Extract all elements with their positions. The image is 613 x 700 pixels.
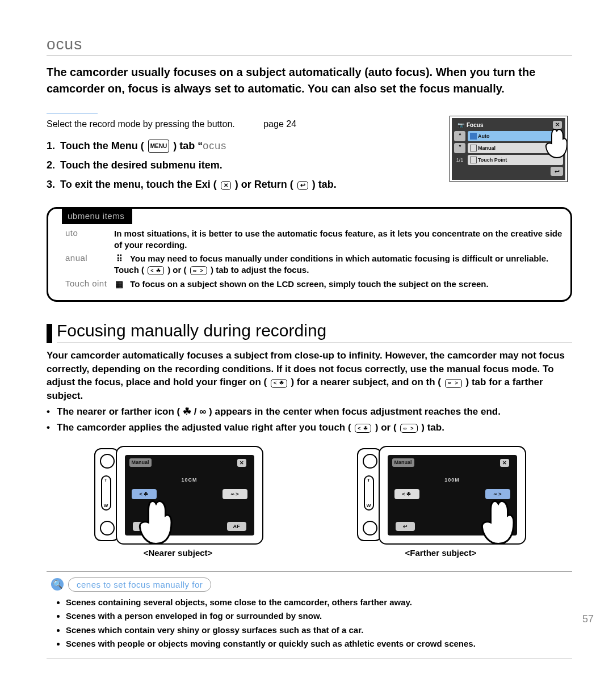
lcd-mode-label: Manual bbox=[392, 458, 414, 467]
tips-panel: 🔍 cenes to set focus manually for Scenes… bbox=[47, 571, 572, 659]
step-3-text-a: To exit the menu, touch the Exi ( bbox=[60, 179, 217, 190]
subheading: Focusing manually during recording bbox=[47, 321, 572, 343]
step-number: 1. bbox=[47, 136, 60, 155]
submenu-tab: ubmenu items bbox=[62, 208, 132, 224]
step-1-tail: ocus bbox=[203, 140, 226, 151]
submenu-key: anual bbox=[65, 253, 114, 276]
hand-icon bbox=[469, 497, 520, 550]
bullet2-c: ) tab. bbox=[421, 422, 444, 433]
hand-icon bbox=[127, 497, 178, 550]
body-bullet-2: The camcorder applies the adjusted value… bbox=[47, 421, 572, 435]
close-icon: ✕ bbox=[500, 459, 509, 467]
search-icon: 🔍 bbox=[51, 578, 64, 591]
submenu-row-manual: anual ⠿ You may need to focus manually u… bbox=[65, 253, 562, 276]
zoom-rocker-icon: T bbox=[101, 475, 111, 511]
focus-menu-thumbnail: 📷 Focus ✕ ˄ Auto ˅ Manual 1/1 Touch Poin… bbox=[450, 116, 568, 182]
precheck-pageref: page 24 bbox=[263, 119, 296, 129]
bullet2-a: The camcorder applies the adjusted value… bbox=[57, 422, 351, 433]
step-1-text-b: ) tab bbox=[173, 140, 198, 151]
step-1-quote: “ bbox=[198, 140, 203, 151]
device-side-panel: T bbox=[94, 448, 119, 541]
lcd-illustration-row: T Manual ✕ 10CM < ☘ ∞ > ↩ AF bbox=[47, 446, 572, 558]
focus-far-icon bbox=[445, 379, 462, 388]
submenu-val: To focus on a subject shown on the LCD s… bbox=[130, 279, 489, 289]
lcd-distance: 100M bbox=[388, 476, 517, 484]
knob-icon bbox=[100, 521, 115, 535]
tips-list: Scenes containing several objects, some … bbox=[66, 596, 568, 651]
submenu-val-c: ) tab to adjust the focus. bbox=[211, 265, 309, 275]
hand-icon bbox=[538, 126, 572, 163]
device-illustration: T Manual ✕ 100M < ☘ ∞ > ↩ AF bbox=[356, 446, 526, 545]
body-p-b: ) for a nearer subject, and on th ( bbox=[291, 377, 440, 387]
bullet1-b: ) appears in the center when focus adjus… bbox=[209, 406, 501, 417]
step-2-text: Touch the desired submenu item. bbox=[60, 155, 222, 175]
focus-far-icon bbox=[400, 424, 417, 433]
qmenu-knob-icon bbox=[100, 454, 115, 469]
list-item: Scenes with people or objects moving con… bbox=[66, 638, 568, 651]
list-item: Scenes with a person enveloped in fog or… bbox=[66, 610, 568, 623]
touch-point-icon: ▦ bbox=[114, 279, 124, 290]
submenu-val: In most situations, it is better to use … bbox=[114, 228, 562, 251]
far-glyph-icon: ∞ bbox=[199, 406, 206, 417]
lcd-near: T Manual ✕ 10CM < ☘ ∞ > ↩ AF bbox=[93, 446, 263, 558]
section-title: ocus bbox=[47, 35, 572, 56]
heading-bar bbox=[47, 324, 52, 343]
focus-far-button[interactable]: ∞ > bbox=[222, 489, 247, 499]
submenu-key: uto bbox=[65, 228, 114, 251]
submenu-panel: ubmenu items uto In most situations, it … bbox=[47, 207, 572, 302]
camera-icon: 📷 bbox=[457, 122, 464, 128]
close-icon: ✕ bbox=[237, 459, 246, 467]
knob-icon bbox=[363, 521, 377, 535]
near-glyph-icon: ☘ bbox=[183, 406, 191, 417]
focus-near-button[interactable]: < ☘ bbox=[394, 489, 419, 499]
body-text: Your camcorder automatically focuses a s… bbox=[47, 349, 572, 435]
return-button[interactable]: ↩ bbox=[396, 522, 415, 531]
step-3-text-b: ) tab. bbox=[312, 179, 337, 190]
divider bbox=[47, 113, 98, 113]
lcd-far: T Manual ✕ 100M < ☘ ∞ > ↩ AF bbox=[356, 446, 526, 558]
focus-menu-title-text: Focus bbox=[467, 122, 483, 128]
tips-title: cenes to set focus manually for bbox=[68, 577, 211, 592]
list-item: Scenes which contain very shiny or gloss… bbox=[66, 624, 568, 637]
step-number: 3. bbox=[47, 175, 60, 194]
lcd-distance: 10CM bbox=[125, 476, 254, 484]
menu-icon: MENU bbox=[148, 140, 169, 153]
chevron-up-icon[interactable]: ˄ bbox=[454, 131, 465, 141]
submenu-key: Touch oint bbox=[65, 279, 114, 290]
focus-menu-page: 1/1 bbox=[454, 157, 465, 163]
lcd-mode-label: Manual bbox=[129, 458, 152, 467]
intro-text: The camcorder usually focuses on a subje… bbox=[47, 64, 572, 97]
step-number: 2. bbox=[47, 155, 60, 175]
chevron-down-icon[interactable]: ˅ bbox=[454, 143, 465, 153]
zoom-rocker-icon: T bbox=[364, 475, 374, 511]
close-icon bbox=[221, 181, 231, 190]
step-3-text-mid: ) or Return ( bbox=[235, 179, 293, 190]
return-icon[interactable]: ↩ bbox=[551, 167, 563, 176]
step-1-text-a: Touch the Menu ( bbox=[60, 140, 144, 151]
precheck-text: Select the record mode by pressing the b… bbox=[47, 119, 235, 129]
return-icon bbox=[297, 181, 308, 190]
list-item: Scenes containing several objects, some … bbox=[66, 596, 568, 609]
subheading-text: Focusing manually during recording bbox=[57, 321, 572, 343]
focus-near-icon bbox=[355, 424, 371, 433]
submenu-row-auto: uto In most situations, it is better to … bbox=[65, 228, 562, 251]
af-button[interactable]: AF bbox=[227, 522, 246, 531]
page-number: 57 bbox=[582, 613, 594, 625]
focus-far-icon bbox=[190, 266, 207, 275]
manual-focus-icon: ⠿ bbox=[114, 253, 124, 264]
focus-near-icon bbox=[148, 266, 164, 275]
bullet2-b: ) or ( bbox=[375, 422, 397, 433]
focus-near-icon bbox=[271, 379, 287, 388]
device-side-panel: T bbox=[357, 448, 382, 541]
body-bullet-1: The nearer or farther icon ( ☘ / ∞ ) app… bbox=[47, 405, 572, 419]
submenu-val-b: ) or ( bbox=[167, 265, 186, 275]
lcd-caption-near: <Nearer subject> bbox=[93, 548, 263, 558]
submenu-row-touchpoint: Touch oint ▦ To focus on a subject shown… bbox=[65, 279, 562, 290]
device-illustration: T Manual ✕ 10CM < ☘ ∞ > ↩ AF bbox=[93, 446, 263, 545]
qmenu-knob-icon bbox=[363, 454, 377, 469]
bullet1-a: The nearer or farther icon ( bbox=[57, 406, 180, 417]
bullet1-mid: / bbox=[194, 406, 199, 417]
